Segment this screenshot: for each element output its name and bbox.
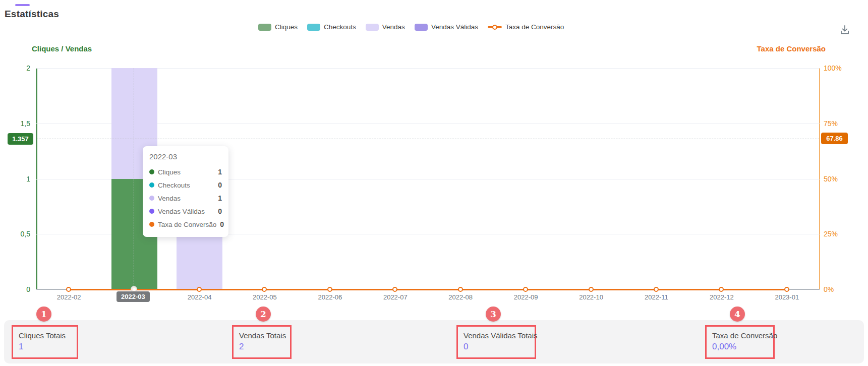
tooltip-row: Vendas Válidas0 <box>149 205 222 218</box>
right-axis-tick-label: 100% <box>824 64 842 72</box>
legend-color-swatch <box>258 24 271 31</box>
tooltip-row: Vendas1 <box>149 192 222 205</box>
tooltip-series-dot <box>149 169 154 174</box>
tooltip-series-value: 0 <box>218 181 222 189</box>
summary-card-value: 0,00% <box>712 342 768 352</box>
left-axis-tick-label: 1,5 <box>21 119 30 128</box>
legend-item-checkouts[interactable]: Checkouts <box>307 23 356 31</box>
summary-card-value: 0 <box>464 342 529 352</box>
crosshair-vertical-line <box>134 68 134 289</box>
tooltip-series-label: Vendas <box>158 195 214 202</box>
right-axis-tick-label: 75% <box>824 119 838 128</box>
annotation-number-4: 4 <box>730 307 745 322</box>
tooltip-series-label: Vendas Válidas <box>158 208 214 215</box>
x-axis-tick-label: 2022-06 <box>318 293 342 301</box>
x-axis-tick-label: 2022-11 <box>645 293 668 301</box>
x-axis-tick-label: 2022-09 <box>514 293 538 301</box>
x-axis-tick-label: 2022-12 <box>710 293 734 301</box>
annotation-number-1: 1 <box>36 307 51 322</box>
summary-card-1: Cliques Totais1 <box>12 325 78 359</box>
legend-color-swatch <box>307 24 320 31</box>
tooltip-series-dot <box>149 196 154 201</box>
tooltip-series-value: 1 <box>218 168 222 176</box>
tooltip-series-label: Cliques <box>158 168 214 176</box>
tooltip-series-dot <box>149 222 154 227</box>
tooltip-series-value: 0 <box>218 207 222 215</box>
legend-label: Taxa de Conversão <box>505 23 564 31</box>
download-icon[interactable] <box>838 23 851 36</box>
left-axis-tick-label: 0 <box>26 285 30 293</box>
chart-tooltip: 2022-03 Cliques1Checkouts0Vendas1Vendas … <box>143 146 228 237</box>
conversion-rate-marker[interactable] <box>197 287 202 292</box>
tooltip-series-value: 1 <box>218 194 222 202</box>
x-axis-tick-label: 2022-07 <box>383 293 408 301</box>
legend-color-swatch <box>366 24 379 31</box>
left-axis-tick-label: 0,5 <box>21 230 30 238</box>
legend-item-cliques[interactable]: Cliques <box>258 23 298 31</box>
summary-card-label: Taxa de Conversão <box>712 331 768 340</box>
summary-card-3: Vendas Válidas Totais0 <box>456 325 536 359</box>
right-axis-title: Taxa de Conversão <box>757 44 826 53</box>
summary-card-label: Vendas Totais <box>239 331 284 340</box>
x-axis-tick-label: 2022-08 <box>448 293 473 301</box>
conversion-rate-marker[interactable] <box>262 287 267 292</box>
page-title: Estatísticas <box>5 9 59 20</box>
crosshair-right-value-badge: 67.86 <box>821 133 848 144</box>
tooltip-rows: Cliques1Checkouts0Vendas1Vendas Válidas0… <box>149 165 222 231</box>
legend-item-vendas-válidas[interactable]: Vendas Válidas <box>415 23 478 31</box>
legend-item-vendas[interactable]: Vendas <box>366 23 405 31</box>
tooltip-row: Taxa de Conversão0 <box>149 218 222 231</box>
legend-label: Vendas <box>382 23 405 31</box>
conversion-rate-marker[interactable] <box>523 287 528 292</box>
x-axis-tick-label: 2022-04 <box>188 293 212 301</box>
chart-legend: CliquesCheckoutsVendasVendas VálidasTaxa… <box>258 23 564 31</box>
annotation-number-2: 2 <box>256 307 271 322</box>
bar-vendas[interactable] <box>177 234 222 289</box>
summary-card-4: Taxa de Conversão0,00% <box>705 325 775 359</box>
legend-item-taxa-de-conversão[interactable]: Taxa de Conversão <box>488 23 564 31</box>
legend-color-swatch <box>415 24 428 31</box>
legend-line-ring <box>492 25 497 30</box>
conversion-rate-marker[interactable] <box>589 287 594 292</box>
conversion-rate-marker[interactable] <box>719 287 724 292</box>
summary-card-value: 2 <box>239 342 284 352</box>
left-axis-title: Cliques / Vendas <box>32 44 92 53</box>
conversion-rate-marker[interactable] <box>654 287 659 292</box>
legend-label: Cliques <box>275 23 298 31</box>
summary-card-label: Cliques Totais <box>19 331 71 340</box>
conversion-rate-line <box>69 289 787 290</box>
conversion-rate-marker[interactable] <box>66 287 71 292</box>
tooltip-series-value: 0 <box>220 220 224 228</box>
x-axis-tick-label: 2022-05 <box>253 293 277 301</box>
summary-card-2: Vendas Totais2 <box>232 325 292 359</box>
right-axis-tick-label: 25% <box>824 230 838 238</box>
legend-line-swatch <box>488 24 502 31</box>
crosshair-left-value-badge: 1.357 <box>8 133 33 145</box>
right-axis-tick-label: 50% <box>824 175 838 183</box>
tooltip-title: 2022-03 <box>149 152 222 161</box>
conversion-rate-marker[interactable] <box>784 287 789 292</box>
tooltip-series-dot <box>149 182 154 188</box>
tooltip-row: Cliques1 <box>149 165 222 178</box>
summary-card-value: 1 <box>19 342 71 352</box>
right-axis-tick-label: 0% <box>824 285 834 293</box>
left-axis-tick-label: 2 <box>26 64 30 72</box>
crosshair-horizontal-line <box>37 139 819 139</box>
annotation-number-3: 3 <box>486 307 501 322</box>
summary-card-label: Vendas Válidas Totais <box>464 331 529 340</box>
crosshair-x-label: 2022-03 <box>117 291 150 302</box>
conversion-rate-marker[interactable] <box>392 287 397 292</box>
x-axis-tick-label: 2022-02 <box>57 293 81 301</box>
x-axis-tick-label: 2022-10 <box>579 293 603 301</box>
x-axis-tick-label: 2023-01 <box>775 293 799 301</box>
tooltip-series-dot <box>149 209 154 214</box>
left-axis-tick-label: 1 <box>26 175 30 183</box>
conversion-rate-marker[interactable] <box>458 287 463 292</box>
tooltip-row: Checkouts0 <box>149 178 222 192</box>
conversion-rate-marker[interactable] <box>327 287 332 292</box>
legend-label: Vendas Válidas <box>431 23 478 31</box>
accent-dash <box>15 4 30 6</box>
tooltip-series-label: Taxa de Conversão <box>158 221 216 228</box>
tooltip-series-label: Checkouts <box>158 181 214 189</box>
legend-label: Checkouts <box>324 23 356 31</box>
